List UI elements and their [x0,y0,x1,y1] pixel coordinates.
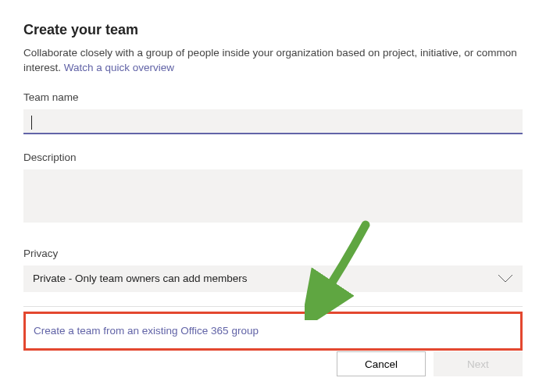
cancel-button[interactable]: Cancel [337,351,426,376]
team-name-label: Team name [23,91,523,103]
create-from-existing-group-link[interactable]: Create a team from an existing Office 36… [34,325,259,337]
privacy-selected-value: Private - Only team owners can add membe… [33,273,248,284]
description-input[interactable] [23,169,523,223]
team-name-input[interactable] [23,109,523,134]
dialog-subtitle: Collaborate closely with a group of peop… [23,46,523,76]
privacy-label: Privacy [23,248,523,259]
highlight-annotation-box: Create a team from an existing Office 36… [23,312,523,351]
chevron-down-icon [498,274,513,283]
next-button[interactable]: Next [434,351,523,376]
text-cursor [31,116,32,130]
description-label: Description [23,151,523,163]
privacy-select[interactable]: Private - Only team owners can add membe… [23,265,523,292]
watch-overview-link[interactable]: Watch a quick overview [64,62,174,73]
dialog-title: Create your team [23,22,523,38]
divider [23,306,523,307]
